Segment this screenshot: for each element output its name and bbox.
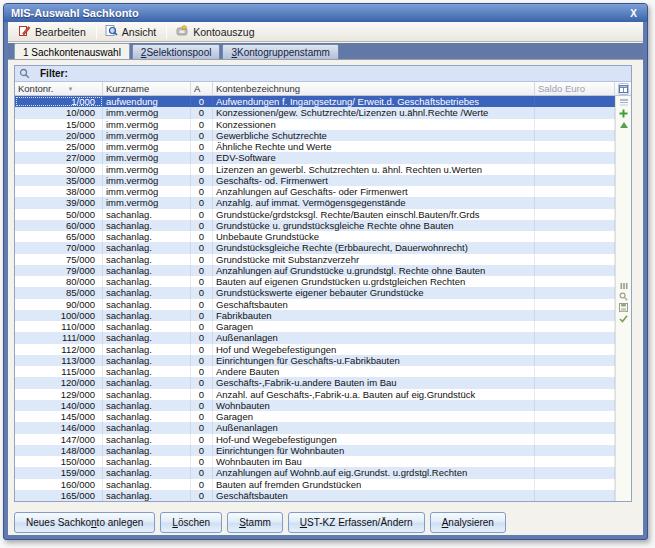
tab-selektionspool[interactable]: 2 Selektionspool bbox=[132, 44, 221, 59]
column-chooser-button[interactable] bbox=[618, 83, 629, 95]
edit-menu-button[interactable]: Bearbeiten bbox=[13, 22, 93, 41]
search-rail-icon[interactable] bbox=[618, 292, 629, 301]
cell-kontenbezeichnung: Wohnbauten bbox=[213, 400, 535, 411]
table-row[interactable]: 165/000 sachanlag. 0 Geschäftsbauten bbox=[15, 490, 615, 501]
table-row[interactable]: 30/000 imm.vermög 0 Lizenzen an gewerbl.… bbox=[15, 164, 615, 175]
cell-a: 0 bbox=[191, 231, 213, 242]
table-row[interactable]: 27/000 imm.vermög 0 EDV-Software bbox=[15, 152, 615, 163]
cell-saldo-euro bbox=[535, 456, 615, 467]
cell-kurzname: sachanlag. bbox=[103, 276, 191, 287]
table-row[interactable]: 10/000 imm.vermög 0 Konzessionen/gew. Sc… bbox=[15, 107, 615, 118]
view-label: Ansicht bbox=[122, 26, 156, 38]
cell-saldo-euro bbox=[535, 96, 615, 107]
table-row[interactable]: 111/000 sachanlag. 0 Außenanlagen bbox=[15, 332, 615, 343]
table-row[interactable]: 70/000 sachanlag. 0 Grundstücksgleiche R… bbox=[15, 242, 615, 253]
cell-kontenbezeichnung: Fabrikbauten bbox=[213, 310, 535, 321]
table-row[interactable]: 85/000 sachanlag. 0 Grundstückswerte eig… bbox=[15, 287, 615, 298]
table-row[interactable]: 90/000 sachanlag. 0 Geschäftsbauten bbox=[15, 299, 615, 310]
cell-kontonr: 80/000 bbox=[15, 276, 103, 287]
tab-sachkontenauswahl[interactable]: 1 Sachkontenauswahl bbox=[14, 43, 130, 59]
cell-saldo-euro bbox=[535, 287, 615, 298]
table-row[interactable]: 38/000 imm.vermög 0 Anzahlungen auf Gesc… bbox=[15, 186, 615, 197]
table-row[interactable]: 110/000 sachanlag. 0 Garagen bbox=[15, 321, 615, 332]
view-menu-button[interactable]: Ansicht bbox=[100, 22, 163, 41]
table-row[interactable]: 50/000 sachanlag. 0 Grundstücke/grdstcks… bbox=[15, 209, 615, 220]
cell-saldo-euro bbox=[535, 400, 615, 411]
view-icon bbox=[105, 24, 118, 39]
column-header-kontenbezeichnung[interactable]: Kontenbezeichnung bbox=[213, 82, 535, 95]
table-row[interactable]: 140/000 sachanlag. 0 Wohnbauten bbox=[15, 400, 615, 411]
column-header-a[interactable]: A bbox=[191, 82, 213, 95]
cell-kurzname: imm.vermög bbox=[103, 186, 191, 197]
ust-kz-button[interactable]: UST-KZ Erfassen/Ändern bbox=[288, 512, 425, 533]
cell-kontonr: 113/000 bbox=[15, 355, 103, 366]
apply-check-icon[interactable] bbox=[618, 314, 629, 323]
add-row-icon[interactable] bbox=[618, 109, 629, 118]
table-row[interactable]: 148/000 sachanlag. 0 Einrichtungen für W… bbox=[15, 445, 615, 456]
table-row[interactable]: 145/000 sachanlag. 0 Garagen bbox=[15, 411, 615, 422]
cell-saldo-euro bbox=[535, 467, 615, 478]
cell-kontonr: 30/000 bbox=[15, 164, 103, 175]
tab-strip: 1 Sachkontenauswahl 2 Selektionspool 3 K… bbox=[8, 42, 643, 59]
column-header-saldo-euro[interactable]: Saldo Euro bbox=[535, 82, 615, 95]
toolbar-separator bbox=[96, 25, 97, 39]
cell-kontenbezeichnung: Aufwendungen f. Ingangsetzung/ Erweit.d.… bbox=[213, 96, 535, 107]
tab-kontogruppenstamm[interactable]: 3 Kontogruppenstamm bbox=[222, 44, 338, 59]
table-row[interactable]: 1/000 aufwendung 0 Aufwendungen f. Ingan… bbox=[15, 96, 615, 107]
table-row[interactable]: 150/000 sachanlag. 0 Wohnbauten im Bau bbox=[15, 456, 615, 467]
account-statement-button[interactable]: Kontoauszug bbox=[170, 22, 261, 41]
table-row[interactable]: 39/000 imm.vermög 0 Anzahlg. auf immat. … bbox=[15, 197, 615, 208]
go-to-top-icon[interactable] bbox=[618, 98, 629, 107]
cell-kurzname: sachanlag. bbox=[103, 377, 191, 388]
scroll-up-icon[interactable] bbox=[618, 120, 629, 129]
table-row[interactable]: 75/000 sachanlag. 0 Grundstücke mit Subs… bbox=[15, 254, 615, 265]
cell-kurzname: aufwendung bbox=[103, 96, 191, 107]
cell-kontonr: 100/000 bbox=[15, 310, 103, 321]
table-row[interactable]: 25/000 imm.vermög 0 Ähnliche Rechte und … bbox=[15, 141, 615, 152]
delete-button[interactable]: Löschen bbox=[160, 512, 222, 533]
cell-kontenbezeichnung: Hof-und Wegebefestigungen bbox=[213, 434, 535, 445]
table-row[interactable]: 129/000 sachanlag. 0 Anzahl. auf Geschäf… bbox=[15, 389, 615, 400]
cell-a: 0 bbox=[191, 152, 213, 163]
table-row[interactable]: 113/000 sachanlag. 0 Einrichtungen für G… bbox=[15, 355, 615, 366]
filter-bar[interactable]: Filter: bbox=[15, 66, 631, 82]
analyze-button[interactable]: Analysieren bbox=[430, 512, 506, 533]
table-row[interactable]: 100/000 sachanlag. 0 Fabrikbauten bbox=[15, 310, 615, 321]
close-button[interactable]: X bbox=[627, 8, 640, 19]
save-icon[interactable] bbox=[618, 303, 629, 312]
accounts-grid: Filter: Kontonr. ▼ Kurzname A Kontenbeze… bbox=[14, 65, 632, 502]
cell-a: 0 bbox=[191, 490, 213, 501]
cell-kontonr: 146/000 bbox=[15, 422, 103, 433]
table-row[interactable]: 115/000 sachanlag. 0 Andere Bauten bbox=[15, 366, 615, 377]
cell-saldo-euro bbox=[535, 310, 615, 321]
cell-kontenbezeichnung: Außenanlagen bbox=[213, 422, 535, 433]
table-row[interactable]: 79/000 sachanlag. 0 Anzahlungen auf Grun… bbox=[15, 265, 615, 276]
window-title: MIS-Auswahl Sachkonto bbox=[11, 7, 139, 19]
cell-kurzname: sachanlag. bbox=[103, 265, 191, 276]
table-row[interactable]: 80/000 sachanlag. 0 Bauten auf eigenen G… bbox=[15, 276, 615, 287]
cell-kurzname: sachanlag. bbox=[103, 332, 191, 343]
column-header-kurzname[interactable]: Kurzname bbox=[103, 82, 191, 95]
table-row[interactable]: 160/000 sachanlag. 0 Bauten auf fremden … bbox=[15, 479, 615, 490]
table-row[interactable]: 60/000 sachanlag. 0 Grundstücke u. grund… bbox=[15, 220, 615, 231]
master-data-button[interactable]: Stamm bbox=[227, 512, 283, 533]
new-account-button[interactable]: Neues Sachkonto anlegen bbox=[14, 512, 155, 533]
cell-kontonr: 147/000 bbox=[15, 434, 103, 445]
table-row[interactable]: 120/000 sachanlag. 0 Geschäfts-,Fabrik-u… bbox=[15, 377, 615, 388]
window-body: Bearbeiten Ansicht bbox=[8, 22, 643, 535]
table-row[interactable]: 112/000 sachanlag. 0 Hof und Wegebefesti… bbox=[15, 344, 615, 355]
cell-kurzname: sachanlag. bbox=[103, 287, 191, 298]
table-row[interactable]: 146/000 sachanlag. 0 Außenanlagen bbox=[15, 422, 615, 433]
cell-kontonr: 148/000 bbox=[15, 445, 103, 456]
table-row[interactable]: 15/000 imm.vermög 0 Konzessionen bbox=[15, 119, 615, 130]
cell-saldo-euro bbox=[535, 175, 615, 186]
table-row[interactable]: 35/000 imm.vermög 0 Geschäfts- od. Firme… bbox=[15, 175, 615, 186]
table-row[interactable]: 65/000 sachanlag. 0 Unbebaute Grundstück… bbox=[15, 231, 615, 242]
cell-a: 0 bbox=[191, 400, 213, 411]
columns-icon[interactable] bbox=[618, 281, 629, 290]
column-header-kontonr[interactable]: Kontonr. ▼ bbox=[15, 82, 103, 95]
table-row[interactable]: 20/000 imm.vermög 0 Gewerbliche Schutzre… bbox=[15, 130, 615, 141]
edit-label: Bearbeiten bbox=[35, 26, 86, 38]
table-row[interactable]: 147/000 sachanlag. 0 Hof-und Wegebefesti… bbox=[15, 434, 615, 445]
table-row[interactable]: 159/000 sachanlag. 0 Anzahlungen auf Woh… bbox=[15, 467, 615, 478]
